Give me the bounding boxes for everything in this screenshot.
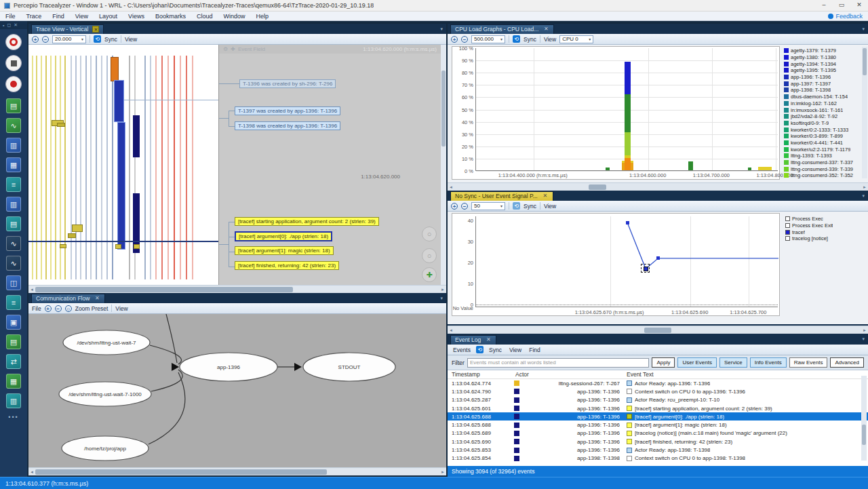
zoom-out-icon[interactable]: − — [461, 36, 468, 43]
column-event-text[interactable]: Event Text — [620, 371, 868, 378]
maximize-button[interactable]: ▭ — [833, 0, 850, 11]
zoom-out-icon[interactable]: − — [55, 305, 62, 312]
legend-item[interactable]: tracelog [notice] — [785, 235, 860, 242]
sync-icon[interactable]: ⟲ — [513, 35, 520, 43]
zoom-in-icon[interactable]: + — [32, 36, 39, 43]
sync-button[interactable]: Sync — [104, 36, 117, 43]
float-add-button[interactable]: ✚ — [422, 267, 437, 282]
legend-checkbox[interactable] — [785, 223, 790, 228]
event-log-row[interactable]: 1:13:04.625.287app-1396: T-1396Actor Rea… — [448, 396, 868, 404]
legend-item[interactable]: lttng-consumerd-352: T-352 — [784, 172, 857, 179]
float-zoom-in-button[interactable]: ○ — [422, 227, 437, 241]
raw-events-button[interactable]: Raw Events — [789, 357, 828, 368]
stop-button[interactable] — [5, 55, 22, 71]
sync-button[interactable]: Sync — [524, 36, 536, 43]
tab-event-log[interactable]: Event Log ✕ — [450, 335, 496, 345]
zoom-in-icon[interactable]: + — [451, 203, 458, 210]
legend-item[interactable]: app-1397: T-1397 — [784, 80, 857, 87]
comm-horizontal-scrollbar[interactable]: ◄► — [28, 467, 446, 475]
cpu-select[interactable]: CPU 0▾ — [559, 35, 593, 43]
column-actor[interactable]: Actor — [513, 371, 620, 378]
event-log-menu-events[interactable]: Events — [451, 347, 473, 353]
legend-item[interactable]: Process Exec Exit — [785, 222, 860, 229]
close-button[interactable]: ✕ — [850, 0, 868, 11]
legend-item[interactable]: app-1396: T-1396 — [784, 74, 857, 81]
menu-find[interactable]: Find — [47, 13, 70, 20]
memory-view-icon[interactable]: ▥ — [6, 393, 21, 408]
tab-communication-flow[interactable]: Communication Flow ✕ — [31, 294, 105, 303]
legend-item[interactable]: kworker/0:4-441: T-441 — [784, 140, 857, 146]
zoom-out-icon[interactable]: − — [42, 36, 49, 43]
menu-views[interactable]: Views — [123, 13, 150, 20]
menu-bookmarks[interactable]: Bookmarks — [150, 13, 191, 20]
legend-item[interactable]: jbd2/vda2-8-92: T-92 — [784, 113, 857, 120]
zoom-level-select[interactable]: 500.000▾ — [471, 35, 505, 43]
close-tab-icon[interactable]: ✕ — [485, 336, 492, 343]
event-log-row[interactable]: 1:13:04.625.689app-1396: T-1396[tracelog… — [448, 429, 868, 437]
signal-plot-a-icon[interactable]: ∿ — [6, 236, 21, 251]
panel-menu-icon[interactable]: ▾ — [862, 336, 868, 342]
legend-item[interactable]: ksoftirqd/0-9: T-9 — [784, 120, 857, 127]
advanced-button[interactable]: Advanced — [830, 357, 864, 368]
user-event-label[interactable]: [tracef] argument[1]: magic (strlen: 18) — [235, 246, 334, 255]
user-events-button[interactable]: User Events — [677, 357, 717, 368]
info-events-button[interactable]: Info Events — [750, 357, 787, 368]
zoom-in-icon[interactable]: + — [45, 305, 52, 312]
horizontal-trace-view-icon[interactable]: ∿ — [6, 118, 21, 133]
view-menu[interactable]: View — [544, 36, 556, 43]
gear-icon[interactable]: ⚙ — [223, 46, 228, 52]
kernel-service-view-icon[interactable]: ▣ — [6, 315, 21, 330]
state-machine-view-icon[interactable]: ≡ — [6, 295, 21, 310]
panel-menu-icon[interactable]: ▾ — [862, 193, 868, 199]
cpu-load-graph-icon[interactable]: ▦ — [6, 157, 21, 172]
vertical-trace-view-icon[interactable]: ▥ — [6, 138, 21, 153]
more-views-button[interactable]: ••• — [0, 414, 27, 420]
panel-menu-icon[interactable]: ▾ — [440, 296, 446, 301]
cpu-horizontal-scrollbar[interactable]: ◄► — [448, 182, 868, 191]
tab-cpu-load-graphs[interactable]: CPU Load Graphs - CPU Load... ✕ — [450, 24, 554, 34]
event-log-row[interactable]: 1:13:04.625.854app-1398: T-1398Context s… — [448, 454, 868, 463]
event-log-row[interactable]: 1:13:04.625.688app-1396: T-1396[tracef] … — [448, 412, 868, 420]
sync-icon[interactable]: ⟲ — [476, 346, 484, 353]
trace-vertical-scrollbar[interactable] — [441, 45, 446, 285]
user-event-plot-icon[interactable]: ▥ — [6, 197, 21, 212]
event-log-row[interactable]: 1:13:04.625.688app-1396: T-1396[tracef] … — [448, 420, 868, 429]
legend-item[interactable]: agetty-1380: T-1380 — [784, 54, 857, 61]
event-log-row[interactable]: 1:13:04.625.690app-1396: T-1396[tracef] … — [448, 437, 868, 446]
zoom-preset-icon[interactable]: ○ — [65, 305, 72, 312]
event-log-table[interactable]: TimestampActorEvent Text1:13:04.624.774l… — [448, 370, 868, 466]
panel-menu-icon[interactable]: ▾ — [440, 26, 446, 32]
close-tab-icon[interactable]: ✕ — [92, 26, 99, 33]
minimize-button[interactable]: – — [815, 0, 833, 11]
tab-user-event-signal-plot[interactable]: No Sync - User Event Signal P... ✕ — [450, 191, 553, 201]
intervals-view-icon[interactable]: ◫ — [6, 275, 21, 290]
legend-checkbox[interactable] — [785, 216, 790, 221]
legend-scrollbar[interactable] — [862, 47, 867, 178]
menu-layout[interactable]: Layout — [94, 13, 123, 20]
zoom-preset-menu[interactable]: Zoom Preset — [75, 305, 108, 312]
menu-cloud[interactable]: Cloud — [191, 13, 218, 20]
view-menu[interactable]: View — [544, 203, 556, 210]
tab-trace-view-vertical[interactable]: Trace View - Vertical ✕ — [31, 24, 104, 34]
sync-icon[interactable]: ⟲ — [513, 202, 520, 210]
zoom-in-icon[interactable]: + — [451, 36, 458, 43]
add-field-icon[interactable]: ✚ — [231, 46, 235, 52]
sync-icon[interactable]: ⟲ — [94, 35, 101, 43]
menu-window[interactable]: Window — [218, 13, 250, 20]
legend-item[interactable]: kworker/0:3-899: T-899 — [784, 133, 857, 140]
io-plot-view-icon[interactable]: ▦ — [6, 374, 21, 389]
legend-item[interactable]: lttng-1393: T-1393 — [784, 153, 857, 159]
apply-button[interactable]: Apply — [652, 357, 675, 368]
legend-item[interactable]: lttng-consumerd-337: T-337 — [784, 159, 857, 166]
record-button[interactable] — [5, 76, 22, 92]
legend-item[interactable]: agetty-1394: T-1394 — [784, 60, 857, 67]
sidebar-dock-header[interactable]: ▪◻✕ — [0, 21, 27, 29]
panel-menu-icon[interactable]: ▾ — [862, 26, 868, 32]
user-event-label[interactable]: [tracef] argument[0]: ./app (strlen: 18) — [235, 231, 332, 241]
close-tab-icon[interactable]: ✕ — [542, 26, 549, 33]
cpu-load-chart[interactable]: 100 %90 %80 %70 %60 %50 %40 %30 %20 %10 … — [452, 46, 780, 180]
legend-item[interactable]: lttng-consumerd-339: T-339 — [784, 165, 857, 172]
legend-item[interactable]: app-1398: T-1398 — [784, 87, 857, 94]
column-timestamp[interactable]: Timestamp — [448, 371, 513, 378]
sync-button[interactable]: Sync — [524, 203, 536, 210]
